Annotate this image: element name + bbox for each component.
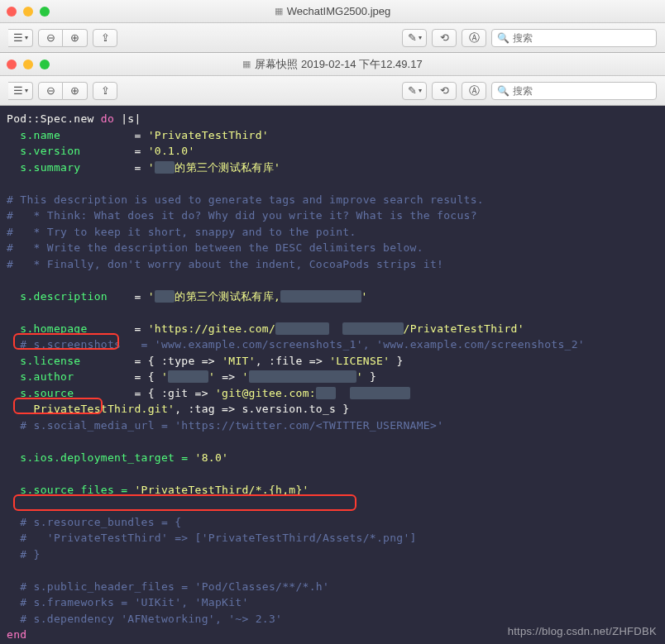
code-property: s.ios.deployment_target = (20, 451, 188, 464)
code-string: /PrivateTestThird' (404, 322, 524, 335)
code-text: = (134, 161, 141, 174)
code-string: ' (148, 290, 155, 303)
rotate-button[interactable]: ⟲ (432, 29, 457, 47)
code-text: = (134, 129, 141, 141)
code-comment: # s.resource_bundles = { (20, 516, 181, 528)
code-comment: # s.dependency 'AFNetworking', '~> 2.3' (20, 613, 282, 625)
image-file-icon: ▦ (275, 6, 283, 17)
zoom-in-icon: ⊕ (70, 84, 79, 97)
code-string: 'MIT' (222, 355, 256, 367)
code-property: s.source_files = (20, 484, 127, 496)
watermark: https://blog.csdn.net/ZHFDBK (508, 623, 657, 640)
sidebar-toggle-button[interactable]: ☰▾ (8, 82, 33, 100)
search-box[interactable]: 🔍 (491, 82, 657, 100)
image-file-icon: ▦ (242, 59, 251, 69)
window1-traffic-lights (7, 7, 50, 17)
close-button[interactable] (7, 7, 17, 17)
zoom-out-button[interactable]: ⊖ (38, 29, 63, 47)
pencil-icon: ✎ (408, 31, 417, 44)
maximize-button[interactable] (40, 7, 50, 17)
zoom-in-icon: ⊕ (70, 31, 79, 44)
code-string: ' (161, 370, 168, 383)
code-text: { (148, 370, 155, 383)
code-text: { :type => (148, 355, 215, 367)
code-string: '0.1.0' (148, 145, 195, 157)
window1-toolbar: ☰▾ ⊖ ⊕ ⇪ ✎▾ ⟲ Ⓐ 🔍 (0, 23, 665, 53)
code-text: } (396, 355, 403, 367)
markup-button[interactable]: Ⓐ (462, 82, 486, 100)
search-input[interactable] (513, 32, 651, 44)
search-icon: 🔍 (497, 32, 510, 44)
window2-traffic-lights (7, 60, 50, 69)
window2-title: ▦ 屏幕快照 2019-02-14 下午12.49.17 (242, 57, 422, 72)
code-property: s.summary (20, 161, 80, 174)
code-comment: # * Try to keep it short, snappy and to … (7, 226, 356, 238)
share-icon: ⇪ (101, 84, 110, 97)
pencil-icon: ✎ (408, 84, 417, 97)
code-keyword: end (7, 628, 26, 641)
markup-button[interactable]: Ⓐ (462, 29, 486, 47)
code-string: 的第三个测试私有库' (175, 161, 280, 174)
code-string: 'PrivateTestThird/*.{h,m}' (134, 484, 309, 496)
search-box[interactable]: 🔍 (491, 29, 657, 47)
code-string: 'PrivateTestThird' (148, 129, 269, 141)
window2-titlebar: ▦ 屏幕快照 2019-02-14 下午12.49.17 (0, 53, 665, 76)
share-button[interactable]: ⇪ (93, 29, 117, 47)
code-string: 的第三个测试私有库, (175, 290, 280, 303)
code-comment: # } (20, 548, 40, 561)
search-input[interactable] (513, 85, 651, 97)
share-button[interactable]: ⇪ (93, 82, 117, 100)
code-property: s.license (20, 355, 80, 367)
code-string: ' (242, 370, 249, 383)
rotate-icon: ⟲ (440, 31, 449, 44)
minimize-button[interactable] (23, 7, 33, 17)
code-comment: # s.frameworks = 'UIKit', 'MapKit' (20, 596, 248, 608)
code-text: = (134, 145, 141, 157)
sidebar-toggle-button[interactable]: ☰▾ (8, 29, 33, 47)
code-comment: 'https://twitter.com/<TWITTER_USERNAME>' (175, 419, 443, 432)
code-text: , :file => (256, 355, 323, 367)
code-string: '8.0' (195, 451, 229, 464)
maximize-button[interactable] (40, 60, 50, 69)
code-property: s.homepage (20, 322, 87, 335)
code-comment: = (141, 338, 148, 351)
code-string: ' (148, 161, 155, 174)
code-text: { :git => (148, 387, 208, 399)
code-comment: # s.public_header_files = 'Pod/Classes/*… (20, 580, 329, 593)
code-string: ' (208, 370, 215, 383)
code-string: ' (361, 290, 368, 303)
window1-title-text: WechatIMG2500.jpeg (287, 5, 391, 17)
code-property: s.description (20, 290, 108, 303)
zoom-in-button[interactable]: ⊕ (63, 82, 88, 100)
pencil-button[interactable]: ✎▾ (402, 82, 427, 100)
code-string: ' (356, 370, 363, 383)
minimize-button[interactable] (23, 60, 33, 69)
code-property: s.name (20, 129, 60, 141)
code-comment: # s.screenshots (20, 338, 121, 351)
code-keyword: do (101, 112, 114, 125)
code-editor: Pod::Spec.new do |s| s.name = 'PrivateTe… (0, 106, 665, 644)
close-button[interactable] (7, 60, 17, 69)
code-text: |s| (121, 112, 141, 125)
window1-titlebar: ▦ WechatIMG2500.jpeg (0, 0, 665, 23)
code-text: } (370, 370, 376, 383)
highlight-source-files (13, 494, 356, 511)
code-text: , :tag => s.version.to_s } (175, 403, 349, 415)
code-text: => (222, 370, 235, 383)
zoom-out-button[interactable]: ⊖ (38, 82, 63, 100)
code-property: s.source (20, 387, 74, 399)
code-comment: # This description is used to generate t… (7, 193, 484, 206)
code-string: PrivateTestThird.git' (34, 403, 175, 415)
code-comment: # * Finally, don't worry about the inden… (7, 258, 443, 270)
share-icon: ⇪ (101, 31, 110, 44)
zoom-in-button[interactable]: ⊕ (63, 29, 88, 47)
rotate-button[interactable]: ⟲ (432, 82, 457, 100)
pencil-button[interactable]: ✎▾ (402, 29, 427, 47)
code-text: = (134, 387, 141, 399)
window2-title-text: 屏幕快照 2019-02-14 下午12.49.17 (255, 57, 422, 72)
zoom-out-icon: ⊖ (46, 31, 55, 44)
window2-toolbar: ☰▾ ⊖ ⊕ ⇪ ✎▾ ⟲ Ⓐ 🔍 (0, 76, 665, 106)
code-comment: # * Write the description between the DE… (7, 241, 423, 254)
markup-icon: Ⓐ (469, 31, 480, 45)
code-text: = (134, 322, 141, 335)
